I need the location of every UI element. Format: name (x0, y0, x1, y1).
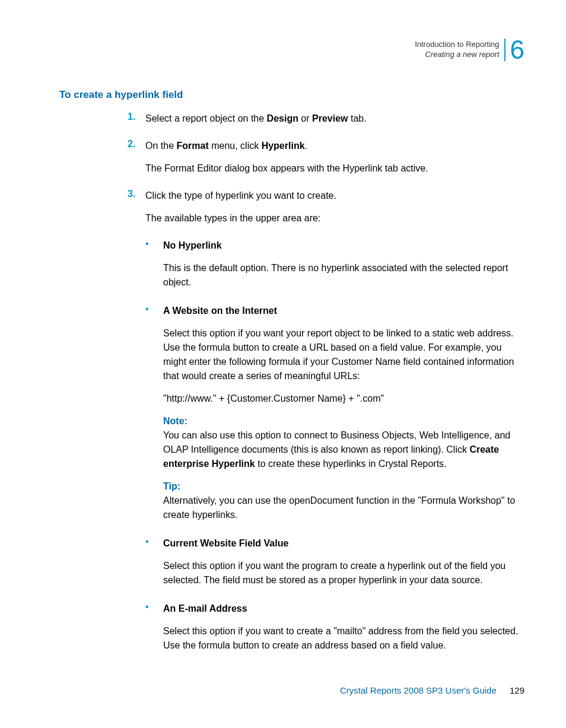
step-2-bold-b: Hyperlink (262, 141, 305, 151)
bullet-current-field: • Current Website Field Value Select thi… (145, 536, 524, 596)
header-text: Introduction to Reporting Creating a new… (415, 40, 499, 60)
page-header: Introduction to Reporting Creating a new… (415, 37, 524, 63)
note-text-b: to create these hyperlinks in Crystal Re… (255, 459, 447, 469)
page-content: To create a hyperlink field 1. Select a … (59, 89, 524, 667)
tip-text: Alternatively, you can use the openDocum… (163, 495, 515, 520)
bullet-marker: • (145, 536, 163, 596)
bullet-email: • An E-mail Address Select this option i… (145, 602, 524, 661)
section-heading: To create a hyperlink field (59, 89, 524, 101)
step-2-text-a: On the (145, 141, 176, 151)
step-2-text-b: menu, click (209, 141, 262, 151)
step-2-body: On the Format menu, click Hyperlink. The… (145, 139, 524, 184)
step-1-text-c: tab. (348, 113, 367, 123)
bullet-website-body: A Website on the Internet Select this op… (163, 304, 524, 530)
bullet-website: • A Website on the Internet Select this … (145, 304, 524, 530)
bullet-website-title: A Website on the Internet (163, 304, 524, 318)
bullet-website-text: Select this option if you want your repo… (163, 326, 524, 383)
step-2-after: The Format Editor dialog box appears wit… (145, 161, 524, 176)
footer-page-number: 129 (510, 685, 524, 695)
bullet-no-hyperlink-title: No Hyperlink (163, 239, 524, 253)
bullet-current-field-title: Current Website Field Value (163, 536, 524, 551)
header-divider (504, 39, 505, 61)
bullet-no-hyperlink-text: This is the default option. There is no … (163, 261, 524, 290)
step-3-after: The available types in the upper area ar… (145, 211, 524, 225)
step-1-text-a: Select a report object on the (145, 113, 267, 123)
step-2-text-c: . (305, 141, 307, 151)
step-1: 1. Select a report object on the Design … (128, 112, 524, 134)
bullet-email-text: Select this option if you want to create… (163, 624, 524, 653)
tip-label: Tip: (163, 481, 180, 491)
step-3-text: Click the type of hyperlink you want to … (145, 189, 524, 203)
chapter-number: 6 (510, 37, 524, 63)
step-2-marker: 2. (128, 139, 145, 184)
header-chapter-title: Introduction to Reporting (415, 40, 499, 50)
bullet-current-field-body: Current Website Field Value Select this … (163, 536, 524, 596)
note-label: Note: (163, 416, 187, 426)
bullet-marker: • (145, 304, 163, 530)
bullet-marker: • (145, 239, 163, 298)
step-3-marker: 3. (128, 189, 145, 234)
bullet-email-title: An E-mail Address (163, 602, 524, 616)
step-1-marker: 1. (128, 112, 145, 134)
step-3-body: Click the type of hyperlink you want to … (145, 189, 524, 234)
step-3: 3. Click the type of hyperlink you want … (128, 189, 524, 234)
step-2: 2. On the Format menu, click Hyperlink. … (128, 139, 524, 184)
bullet-marker: • (145, 602, 163, 661)
step-1-body: Select a report object on the Design or … (145, 112, 524, 134)
bullet-no-hyperlink-body: No Hyperlink This is the default option.… (163, 239, 524, 298)
note-text-a: You can also use this option to connect … (163, 430, 510, 454)
page-footer: Crystal Reports 2008 SP3 User's Guide 12… (340, 685, 524, 695)
step-1-text-b: or (298, 113, 312, 123)
step-2-bold-a: Format (176, 141, 208, 151)
step-1-bold-b: Preview (312, 113, 348, 123)
header-section-title: Creating a new report (415, 50, 499, 60)
step-1-bold-a: Design (267, 113, 298, 123)
bullet-no-hyperlink: • No Hyperlink This is the default optio… (145, 239, 524, 298)
bullet-current-field-text: Select this option if you want the progr… (163, 559, 524, 587)
footer-guide-name: Crystal Reports 2008 SP3 User's Guide (340, 685, 497, 695)
bullet-website-code: "http://www." + {Customer.Customer Name}… (163, 392, 524, 406)
bullet-email-body: An E-mail Address Select this option if … (163, 602, 524, 661)
